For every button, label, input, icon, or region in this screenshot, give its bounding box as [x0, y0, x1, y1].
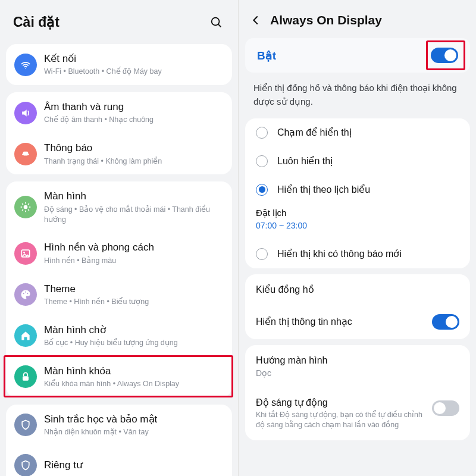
row-title: Kết nối: [44, 52, 224, 65]
settings-row-privacy[interactable]: Riêng tư: [6, 446, 232, 476]
row-subtitle: Thanh trạng thái • Không làm phiền: [44, 156, 224, 167]
row-subtitle: Chế độ âm thanh • Nhạc chuông: [44, 115, 224, 125]
row-subtitle: Độ sáng • Bảo vệ cho mắt thoải mái • Tha…: [44, 205, 224, 225]
schedule-label: Đặt lịch: [256, 208, 459, 218]
radio-notify[interactable]: [256, 248, 268, 260]
description-text: Hiển thị đồng hồ và thông báo khi điện t…: [239, 73, 476, 112]
sun-icon: [14, 196, 37, 218]
sound-icon: [14, 102, 37, 124]
mode-notify[interactable]: Hiển thị khi có thông báo mới: [245, 240, 470, 268]
svg-rect-3: [23, 152, 28, 156]
master-toggle-row[interactable]: Bật: [245, 38, 470, 73]
settings-group: Âm thanh và rungChế độ âm thanh • Nhạc c…: [6, 92, 232, 174]
settings-group: Sinh trắc học và bảo mậtNhận diện khuôn …: [6, 405, 232, 476]
settings-row-themes[interactable]: ThemeTheme • Hình nền • Biểu tượng: [6, 274, 232, 315]
row-subtitle: Bố cục • Huy hiệu biểu tượng ứng dụng: [44, 338, 224, 348]
radio-schedule[interactable]: [256, 184, 268, 196]
mode-label: Luôn hiển thị: [277, 155, 333, 167]
row-subtitle: Nhận diện khuôn mặt • Vân tay: [44, 427, 224, 437]
settings-row-display[interactable]: Màn hìnhĐộ sáng • Bảo vệ cho mắt thoải m…: [6, 181, 232, 233]
label-clock-style: Kiểu đồng hồ: [256, 284, 459, 295]
row-subtitle: Theme • Hình nền • Biểu tượng: [44, 297, 224, 307]
palette-icon: [14, 283, 37, 306]
radio-tap[interactable]: [256, 127, 268, 139]
row-subtitle: Kiểu khóa màn hình • Always On Display: [44, 379, 224, 389]
svg-point-6: [24, 205, 28, 209]
label-orientation: Hướng màn hình: [256, 355, 328, 366]
svg-rect-4: [22, 154, 24, 155]
row-orientation[interactable]: Hướng màn hình Dọc: [245, 345, 470, 387]
settings-row-connections[interactable]: Kết nốiWi-Fi • Bluetooth • Chế độ Máy ba…: [6, 44, 232, 85]
schedule-value: 07:00 ~ 23:00: [256, 221, 459, 230]
row-title: Màn hình: [44, 190, 224, 202]
svg-point-0: [212, 18, 220, 26]
row-title: Màn hình chờ: [44, 324, 224, 336]
master-toggle-label: Bật: [257, 49, 431, 62]
settings-row-lockscreen[interactable]: Màn hình khóaKiểu khóa màn hình • Always…: [6, 356, 232, 397]
settings-row-biometrics[interactable]: Sinh trắc học và bảo mậtNhận diện khuôn …: [6, 405, 232, 446]
svg-point-19: [27, 293, 28, 294]
auto-brightness-toggle[interactable]: [432, 400, 459, 416]
svg-line-1: [218, 24, 221, 27]
settings-row-sound[interactable]: Âm thanh và rungChế độ âm thanh • Nhạc c…: [6, 92, 232, 133]
mode-tap[interactable]: Chạm để hiển thị: [245, 118, 470, 147]
display-card: Hướng màn hình Dọc Độ sáng tự động Khi t…: [245, 345, 470, 440]
music-toggle[interactable]: [432, 314, 459, 330]
mode-label: Hiển thị theo lịch biểu: [277, 184, 370, 195]
display-modes-card: Chạm để hiển thịLuôn hiển thịHiển thị th…: [245, 118, 470, 268]
page-title: Always On Display: [270, 13, 382, 27]
mode-always[interactable]: Luôn hiển thị: [245, 147, 470, 176]
radio-always[interactable]: [256, 155, 268, 167]
master-toggle[interactable]: [431, 48, 458, 63]
aod-screen: Always On Display Bật Hiển thị đồng hồ v…: [238, 0, 476, 476]
value-orientation: Dọc: [256, 368, 328, 378]
settings-group: Màn hìnhĐộ sáng • Bảo vệ cho mắt thoải m…: [6, 181, 232, 397]
mode-label: Chạm để hiển thị: [277, 127, 352, 138]
options-card: Kiểu đồng hồ Hiển thị thông tin nhạc: [245, 274, 470, 339]
row-title: Hình nền và phong cách: [44, 241, 224, 253]
settings-row-homescreen[interactable]: Màn hình chờBố cục • Huy hiệu biểu tượng…: [6, 315, 232, 356]
mode-schedule[interactable]: Hiển thị theo lịch biểu: [245, 176, 470, 204]
row-title: Âm thanh và rung: [44, 101, 224, 113]
svg-point-17: [23, 293, 24, 294]
svg-point-2: [25, 68, 26, 69]
shield-icon: [14, 414, 37, 436]
wifi-icon: [14, 54, 37, 76]
svg-point-18: [25, 292, 26, 293]
mode-label: Hiển thị khi có thông báo mới: [277, 248, 402, 259]
svg-rect-20: [23, 376, 29, 381]
search-button[interactable]: [207, 13, 225, 31]
svg-line-14: [28, 204, 29, 205]
row-clock-style[interactable]: Kiểu đồng hồ: [245, 274, 470, 305]
svg-point-16: [23, 252, 25, 253]
search-icon: [209, 15, 223, 29]
label-auto-brightness: Độ sáng tự động: [256, 397, 432, 408]
picture-icon: [14, 242, 37, 265]
row-auto-brightness[interactable]: Độ sáng tự động Khi tắt Độ sáng tự động,…: [245, 387, 470, 440]
desc-auto-brightness: Khi tắt Độ sáng tự động, bạn có thể tự đ…: [256, 410, 432, 431]
settings-screen: Cài đặt Kết nốiWi-Fi • Bluetooth • Chế đ…: [0, 0, 238, 476]
row-title: Riêng tư: [44, 459, 224, 471]
chevron-left-icon: [249, 14, 262, 27]
row-title: Màn hình khóa: [44, 365, 224, 377]
row-subtitle: Wi-Fi • Bluetooth • Chế độ Máy bay: [44, 67, 224, 77]
row-title: Sinh trắc học và bảo mật: [44, 413, 224, 425]
settings-group: Kết nốiWi-Fi • Bluetooth • Chế độ Máy ba…: [6, 44, 232, 85]
back-button[interactable]: [248, 12, 264, 29]
lock-icon: [14, 365, 37, 388]
svg-line-11: [22, 204, 23, 205]
schedule-block[interactable]: Đặt lịch07:00 ~ 23:00: [245, 204, 470, 240]
svg-line-13: [22, 210, 23, 211]
svg-rect-5: [27, 154, 29, 155]
row-music-info[interactable]: Hiển thị thông tin nhạc: [245, 305, 470, 339]
settings-row-wallpaper[interactable]: Hình nền và phong cáchHình nền • Bảng mà…: [6, 233, 232, 274]
bell-icon: [14, 143, 37, 165]
home-icon: [14, 324, 37, 347]
row-title: Thông báo: [44, 142, 224, 154]
svg-line-12: [28, 210, 29, 211]
row-subtitle: Hình nền • Bảng màu: [44, 256, 224, 266]
row-title: Theme: [44, 283, 224, 295]
settings-row-notifications[interactable]: Thông báoThanh trạng thái • Không làm ph…: [6, 133, 232, 174]
shield-icon: [14, 454, 37, 476]
label-music-info: Hiển thị thông tin nhạc: [256, 316, 432, 327]
